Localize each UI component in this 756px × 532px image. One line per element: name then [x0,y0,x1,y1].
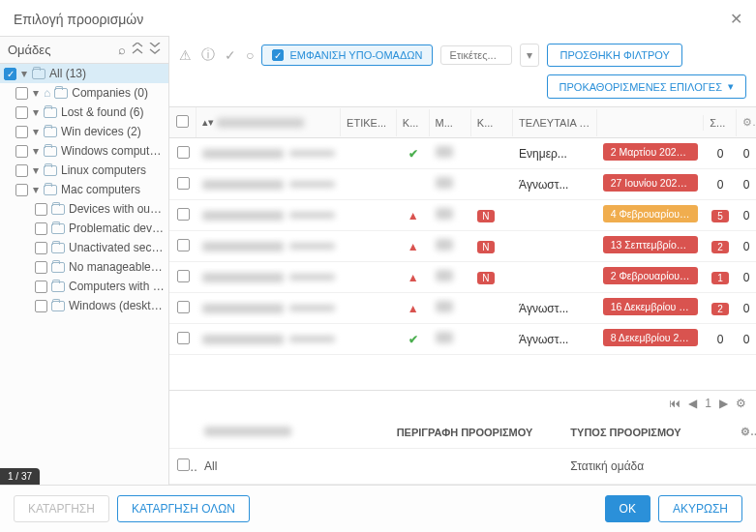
checkbox[interactable] [15,164,28,177]
checkbox[interactable] [35,281,47,293]
ok-button[interactable]: OK [605,495,650,522]
add-filter-button[interactable]: ΠΡΟΣΘΗΚΗ ΦΙΛΤΡΟΥ [547,44,681,67]
checkbox[interactable] [15,87,28,100]
row-checkbox[interactable] [177,270,190,282]
date-badge: 4 Φεβρουαρίου ... [603,205,699,222]
tags-input[interactable] [447,48,505,62]
checkbox[interactable] [35,242,47,254]
folder-icon [44,107,57,118]
subgrid-col-type[interactable]: ΤΥΠΟΣ ΠΡΟΟΡΙΣΜΟΥ [562,417,733,448]
table-row[interactable]: ▲Ν4 Φεβρουαρίου ...50 [169,200,756,231]
subgrid-col-gear[interactable]: ⚙ [733,416,756,448]
chevron-down-icon[interactable]: ▾ [32,86,40,100]
chevron-down-icon[interactable]: ▾ [32,183,40,196]
checkbox[interactable]: ✓ [4,68,16,80]
tree-item[interactable]: ▾Mac computers [0,180,168,199]
tree-item[interactable]: ▾Win devices (2) [0,122,168,141]
tree-item[interactable]: Unactivated security product [0,238,168,257]
pager-prev-icon[interactable]: ◀ [688,397,697,410]
expand-all-icon[interactable] [149,43,161,57]
remove-all-button[interactable]: ΚΑΤΑΡΓΗΣΗ ΟΛΩΝ [117,495,250,522]
row-checkbox[interactable] [177,208,190,221]
module-badge: Ν [477,272,495,284]
checkbox[interactable] [15,126,28,138]
select-all-checkbox[interactable] [176,115,189,128]
col-last-conn[interactable]: ΤΕΛΕΥΤΑΙΑ ΣΥΝΔ... [513,109,597,136]
row-checkbox[interactable] [177,146,190,159]
pager-first-icon[interactable]: ⏮ [669,397,680,410]
pager-next-icon[interactable]: ▶ [719,397,728,410]
chevron-down-icon[interactable]: ▾ [32,163,40,177]
tree-item[interactable]: Problematic devices [0,219,168,238]
table-row[interactable]: ▲Άγνωστ...16 Δεκεμβρίου 2...20 [169,293,756,324]
checkbox[interactable] [35,261,47,274]
checkbox[interactable] [15,106,28,119]
collapse-all-icon[interactable] [132,43,143,57]
cell-s: 0 [704,142,737,165]
row-checkbox[interactable] [177,239,190,251]
subgrid-row[interactable]: AllΣτατική ομάδα [169,449,756,485]
checkbox[interactable] [35,222,47,235]
tree-item[interactable]: ▾Windows computers [0,141,168,161]
warning-icon[interactable]: ⚠ [179,47,192,63]
checkbox[interactable] [35,203,47,216]
check-icon[interactable]: ✓ [225,47,236,63]
cancel-button[interactable]: ΑΚΥΡΩΣΗ [658,495,742,522]
sidebar-title: Ομάδες [8,43,50,57]
chevron-down-icon[interactable]: ▾ [32,144,40,158]
device-name [202,304,284,313]
table-row[interactable]: ▲Ν2 Φεβρουαρίου ...10 [169,262,756,293]
tree-item[interactable]: ▾Lost & found (6) [0,103,168,122]
row-checkbox[interactable] [177,332,190,344]
groups-tree[interactable]: ✓▾All (13)▾⌂Companies (0)▾Lost & found (… [0,64,168,485]
col-tags[interactable]: ETIKE... [341,109,397,136]
tree-item[interactable]: No manageable security product [0,257,168,277]
tree-item[interactable]: ▾Linux computers [0,161,168,180]
col-name[interactable]: ▴▾ [197,108,341,136]
tags-filter[interactable] [440,45,512,65]
row-checkbox[interactable] [177,177,190,190]
show-subgroups-toggle[interactable]: ✓ ΕΜΦΑΝΙΣΗ ΥΠΟ-ΟΜΑΔΩΝ [261,44,433,66]
row-checkbox[interactable] [177,301,190,313]
folder-icon [51,262,65,273]
remove-button[interactable]: ΚΑΤΑΡΓΗΣΗ [14,495,109,522]
table-row[interactable]: Άγνωστ...27 Ιουνίου 2023 ...00 [169,169,756,200]
col-k2[interactable]: K... [471,109,513,136]
subgrid-col-desc[interactable]: ΠΕΡΙΓΡΑΦΗ ΠΡΟΟΡΙΣΜΟΥ [367,417,563,448]
search-icon[interactable]: ⌕ [118,43,126,57]
table-row[interactable]: ▲Ν13 Σεπτεμβρίου ...20 [169,231,756,262]
checkbox[interactable] [35,300,47,312]
last-connection: Άγνωστ... [513,297,597,320]
col-gear[interactable]: ⚙ [737,108,756,136]
tree-item[interactable]: Computers with outdated operating system [0,277,168,296]
info-icon[interactable]: ⓘ [201,46,215,64]
tree-item[interactable]: ✓▾All (13) [0,64,168,83]
tree-item[interactable]: Windows (desktops) [0,296,168,315]
grid-body[interactable]: ✔Ενημερ...2 Μαρτίου 2022 ...00Άγνωστ...2… [169,138,756,390]
col-date[interactable] [597,115,705,131]
tags-dropdown[interactable]: ▾ [520,44,539,67]
checkbox-checked-icon: ✓ [272,49,284,61]
preset-options-button[interactable]: ΠΡΟΚΑΘΟΡΙΣΜΕΝΕΣ ΕΠΙΛΟΓΕΣ ▾ [547,74,746,99]
chevron-down-icon[interactable]: ▾ [20,67,28,80]
col-m[interactable]: M... [430,109,471,136]
close-icon[interactable]: ✕ [730,10,742,28]
folder-icon [32,69,45,79]
checkbox[interactable] [15,145,28,158]
groups-sidebar: Ομάδες ⌕ ✓▾All (13)▾⌂Companies (0)▾Lost … [0,36,168,485]
devices-grid: ▴▾ ETIKE... K... M... K... ΤΕΛΕΥΤΑΙΑ ΣΥΝ… [169,106,756,485]
tree-item[interactable]: Devices with outdated module [0,199,168,219]
main-panel: ⚠ ⓘ ✓ ○ ✓ ΕΜΦΑΝΙΣΗ ΥΠΟ-ΟΜΑΔΩΝ ▾ ΠΡΟΣΘΗΚΗ… [168,36,756,485]
tree-pager: 1 / 37 [0,468,40,485]
row-checkbox[interactable] [177,458,190,471]
pager-settings-icon[interactable]: ⚙ [736,397,746,410]
col-s[interactable]: Σ... [704,109,737,136]
chevron-down-icon[interactable]: ▾ [32,105,40,119]
circle-icon[interactable]: ○ [246,47,254,63]
col-k1[interactable]: K... [397,109,430,136]
checkbox[interactable] [15,184,28,196]
chevron-down-icon[interactable]: ▾ [32,125,40,138]
tree-item[interactable]: ▾⌂Companies (0) [0,83,168,103]
table-row[interactable]: ✔Άγνωστ...8 Δεκεμβρίου 20...00 [169,324,756,355]
table-row[interactable]: ✔Ενημερ...2 Μαρτίου 2022 ...00 [169,138,756,169]
